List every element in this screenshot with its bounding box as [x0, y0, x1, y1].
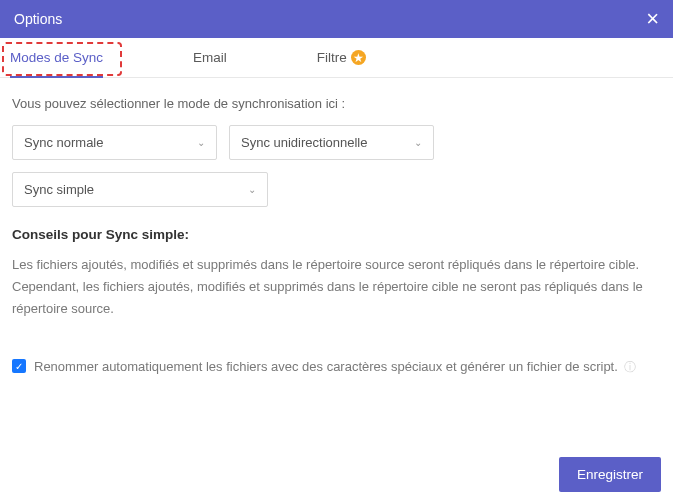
select-value: Sync simple	[24, 182, 94, 197]
select-sync-normal[interactable]: Sync normale ⌄	[12, 125, 217, 160]
tab-filter[interactable]: Filtre ★	[317, 38, 366, 77]
main-content: Vous pouvez sélectionner le mode de sync…	[0, 78, 673, 396]
window-title: Options	[14, 11, 62, 27]
select-sync-uni[interactable]: Sync unidirectionnelle ⌄	[229, 125, 434, 160]
tab-label: Modes de Sync	[10, 50, 103, 65]
select-value: Sync unidirectionnelle	[241, 135, 367, 150]
chevron-down-icon: ⌄	[414, 137, 422, 148]
tips-heading: Conseils pour Sync simple:	[12, 227, 661, 242]
close-icon[interactable]: ×	[646, 8, 659, 30]
select-sync-simple[interactable]: Sync simple ⌄	[12, 172, 268, 207]
rename-checkbox[interactable]: ✓	[12, 359, 26, 373]
selects-row-2: Sync simple ⌄	[12, 172, 661, 207]
star-icon: ★	[351, 50, 366, 65]
tab-sync-modes[interactable]: Modes de Sync	[10, 38, 103, 77]
select-value: Sync normale	[24, 135, 103, 150]
checkbox-label: Renommer automatiquement les fichiers av…	[34, 356, 636, 378]
tips-body: Les fichiers ajoutés, modifiés et suppri…	[12, 254, 661, 320]
intro-text: Vous pouvez sélectionner le mode de sync…	[12, 96, 661, 111]
footer: Enregistrer	[559, 457, 661, 492]
register-button[interactable]: Enregistrer	[559, 457, 661, 492]
tab-bar: Modes de Sync Email Filtre ★	[0, 38, 673, 78]
selects-row-1: Sync normale ⌄ Sync unidirectionnelle ⌄	[12, 125, 661, 160]
checkbox-label-text: Renommer automatiquement les fichiers av…	[34, 359, 618, 374]
checkbox-row: ✓ Renommer automatiquement les fichiers …	[12, 356, 661, 378]
help-icon[interactable]: ⓘ	[624, 360, 636, 374]
tab-email[interactable]: Email	[193, 38, 227, 77]
tab-label: Email	[193, 50, 227, 65]
title-bar: Options ×	[0, 0, 673, 38]
chevron-down-icon: ⌄	[197, 137, 205, 148]
tab-label: Filtre	[317, 50, 347, 65]
chevron-down-icon: ⌄	[248, 184, 256, 195]
